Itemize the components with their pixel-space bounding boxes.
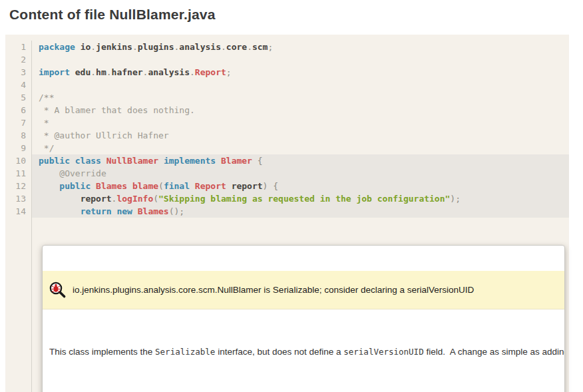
code-text: * @author Ullrich Hafner xyxy=(32,129,569,142)
code-text xyxy=(32,79,569,91)
line-number: 4 xyxy=(5,79,32,91)
code-line: 9 */ xyxy=(5,142,569,154)
code-text: return new Blames(); xyxy=(32,205,569,218)
code-line: 7 * xyxy=(5,116,569,129)
line-number: 6 xyxy=(5,104,32,116)
code-text: public class NullBlamer implements Blame… xyxy=(32,154,569,167)
code-text: @Override xyxy=(32,167,569,180)
source-code-viewer: 1package io.jenkins.plugins.analysis.cor… xyxy=(5,35,569,392)
warning-description: This class implements the Serializable i… xyxy=(43,335,564,374)
code-line: 4 xyxy=(5,79,569,91)
warning-popup-header: io.jenkins.plugins.analysis.core.scm.Nul… xyxy=(43,271,564,309)
line-number: 1 xyxy=(5,41,32,53)
code-lines: 1package io.jenkins.plugins.analysis.cor… xyxy=(5,41,569,392)
code-text: import edu.hm.hafner.analysis.Report; xyxy=(32,66,569,79)
line-number: 11 xyxy=(5,167,32,180)
code-line: 10public class NullBlamer implements Bla… xyxy=(5,154,569,167)
code-text: * A blamer that does nothing. xyxy=(32,104,569,116)
collapse-button[interactable] xyxy=(544,284,556,296)
line-number: 2 xyxy=(5,53,32,66)
gutter-spacer xyxy=(5,218,32,392)
page-title: Content of file NullBlamer.java xyxy=(9,5,574,24)
code-text xyxy=(32,53,569,66)
code-line: 6 * A blamer that does nothing. xyxy=(5,104,569,116)
code-text: report.logInfo("Skipping blaming as requ… xyxy=(32,192,569,205)
code-line: 2 xyxy=(5,53,569,66)
line-number: 12 xyxy=(5,180,32,192)
spotbugs-bug-magnifier-icon xyxy=(49,281,67,299)
line-number: 7 xyxy=(5,116,32,129)
line-number: 14 xyxy=(5,205,32,218)
code-line: 13 report.logInfo("Skipping blaming as r… xyxy=(5,192,569,205)
popup-row: io.jenkins.plugins.analysis.core.scm.Nul… xyxy=(5,218,569,392)
code-text: package io.jenkins.plugins.analysis.core… xyxy=(32,41,569,53)
line-number: 5 xyxy=(5,91,32,104)
warning-popup: io.jenkins.plugins.analysis.core.scm.Nul… xyxy=(42,245,565,392)
code-line: 11 @Override xyxy=(5,167,569,180)
code-line: 3import edu.hm.hafner.analysis.Report; xyxy=(5,66,569,79)
code-line: 14 return new Blames(); xyxy=(5,205,569,218)
code-line: 12 public Blames blame(final Report repo… xyxy=(5,180,569,192)
code-text: /** xyxy=(32,91,569,104)
code-line: 5/** xyxy=(5,91,569,104)
line-number: 3 xyxy=(5,66,32,79)
line-number: 8 xyxy=(5,129,32,142)
warning-message: io.jenkins.plugins.analysis.core.scm.Nul… xyxy=(73,284,544,296)
line-number: 9 xyxy=(5,142,32,154)
code-text: * xyxy=(32,116,569,129)
line-number: 13 xyxy=(5,192,32,205)
code-text: public Blames blame(final Report report)… xyxy=(32,180,569,192)
code-line: 1package io.jenkins.plugins.analysis.cor… xyxy=(5,41,569,53)
line-number: 10 xyxy=(5,154,32,167)
code-text: */ xyxy=(32,142,569,154)
code-line: 8 * @author Ullrich Hafner xyxy=(5,129,569,142)
